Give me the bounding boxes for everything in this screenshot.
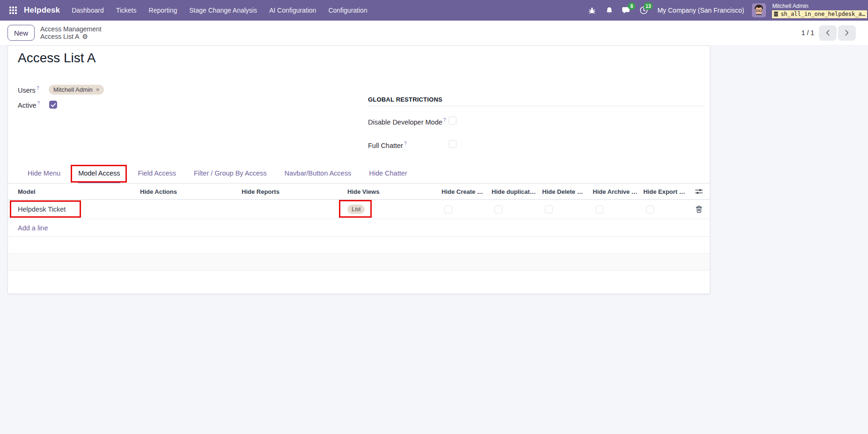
tab-field-access[interactable]: Field Access	[138, 169, 176, 183]
apps-menu-icon[interactable]	[9, 7, 17, 14]
messages-count-badge: 8	[628, 2, 635, 10]
empty-row	[8, 254, 710, 271]
breadcrumb-current: Access List A	[40, 33, 79, 40]
model-access-table: Model Hide Actions Hide Reports Hide Vie…	[8, 184, 710, 271]
full-chatter-checkbox[interactable]	[449, 140, 456, 148]
menu-configuration[interactable]: Configuration	[328, 7, 367, 14]
tab-hide-menu[interactable]: Hide Menu	[28, 169, 60, 183]
table-row: Helpdesk Ticket List	[8, 200, 710, 219]
record-title[interactable]: Access List A	[18, 51, 96, 66]
full-chatter-label: Full Chatter?	[368, 139, 449, 151]
main-content: Access List A Users? Mitchell Admin × Ac…	[0, 45, 868, 434]
hide-export-cell	[637, 200, 686, 219]
hide-duplicate-cell	[485, 200, 536, 219]
breadcrumb: Access Management Access List A ⚙	[40, 25, 102, 40]
full-chatter-row: Full Chatter?	[368, 139, 704, 151]
navbar-left: Helpdesk Dashboard Tickets Reporting Sta…	[0, 6, 380, 15]
empty-row	[8, 237, 710, 254]
disable-developer-mode-label: Disable Developer Mode?	[368, 115, 449, 127]
user-menu[interactable]: Mitchell Admin sh_all_in_one_helpdesk_a…	[772, 3, 867, 18]
add-line-row: Add a line	[8, 219, 710, 237]
tab-navbar-button-access[interactable]: Navbar/Button Access	[285, 169, 352, 183]
users-label: Users?	[18, 86, 49, 94]
pager-value: 1 / 1	[802, 29, 814, 37]
top-navbar: Helpdesk Dashboard Tickets Reporting Sta…	[0, 0, 868, 21]
active-checkbox[interactable]	[49, 101, 57, 109]
menu-dashboard[interactable]: Dashboard	[72, 7, 104, 14]
hide-create-cell	[435, 200, 485, 219]
optional-columns-icon[interactable]	[695, 188, 703, 195]
messages-icon[interactable]: 8	[621, 5, 632, 16]
users-tag[interactable]: Mitchell Admin ×	[49, 85, 104, 95]
column-header-hide-export[interactable]: Hide Export …	[637, 188, 686, 195]
hide-archive-cell	[586, 200, 637, 219]
activities-count-badge: 13	[644, 2, 653, 10]
column-header-hide-duplicate[interactable]: Hide duplicat…	[485, 188, 536, 195]
disable-developer-mode-help-marker: ?	[443, 118, 446, 123]
trash-icon[interactable]	[696, 206, 702, 213]
hide-duplicate-checkbox[interactable]	[494, 206, 502, 213]
database-name: sh_all_in_one_helpdesk_a…	[780, 11, 865, 17]
disable-developer-mode-row: Disable Developer Mode?	[368, 115, 704, 127]
hide-create-checkbox[interactable]	[444, 206, 452, 213]
notebook-tabs: Hide Menu Model Access Field Access Filt…	[8, 162, 710, 184]
optional-columns-cell	[686, 188, 711, 195]
tab-filter-group-by-access[interactable]: Filter / Group By Access	[194, 169, 267, 183]
tab-model-access[interactable]: Model Access	[78, 169, 120, 183]
active-field-row: Active?	[18, 101, 57, 109]
full-chatter-help-marker: ?	[404, 141, 407, 146]
menu-reporting[interactable]: Reporting	[149, 7, 177, 14]
user-name: Mitchell Admin	[772, 3, 867, 9]
action-gear-icon[interactable]: ⚙	[82, 33, 88, 40]
row-delete-cell	[686, 200, 711, 219]
form-sheet: Access List A Users? Mitchell Admin × Ac…	[7, 45, 710, 294]
control-panel: New Access Management Access List A ⚙ 1 …	[0, 21, 868, 45]
pager-next-button[interactable]	[838, 25, 856, 41]
breadcrumb-parent[interactable]: Access Management	[40, 25, 102, 33]
column-header-hide-reports[interactable]: Hide Reports	[238, 188, 344, 195]
column-header-hide-delete[interactable]: Hide Delete …	[536, 188, 586, 195]
avatar[interactable]	[752, 3, 766, 17]
column-header-hide-archive[interactable]: Hide Archive …	[586, 188, 637, 195]
column-header-model[interactable]: Model	[8, 188, 136, 195]
hide-delete-checkbox[interactable]	[545, 206, 553, 213]
active-help-marker: ?	[37, 101, 40, 106]
users-tag-label: Mitchell Admin	[53, 86, 93, 93]
disable-developer-mode-checkbox[interactable]	[449, 117, 456, 125]
database-badge: sh_all_in_one_helpdesk_a…	[772, 10, 867, 18]
menu-stage-change-analysis[interactable]: Stage Change Analysis	[189, 7, 257, 14]
pager-previous-button[interactable]	[819, 25, 837, 41]
users-field-row: Users? Mitchell Admin ×	[18, 85, 104, 95]
hide-views-cell[interactable]: List	[344, 200, 435, 219]
tag-remove-icon[interactable]: ×	[96, 86, 100, 93]
users-help-marker: ?	[37, 86, 39, 91]
column-header-hide-views[interactable]: Hide Views	[344, 188, 435, 195]
app-name[interactable]: Helpdesk	[24, 6, 60, 15]
chevron-right-icon	[845, 29, 849, 36]
chevron-left-icon	[825, 29, 830, 36]
column-header-hide-create[interactable]: Hide Create …	[435, 188, 485, 195]
global-restrictions-section: GLOBAL RESTRICTIONS Disable Developer Mo…	[368, 96, 704, 151]
hide-delete-cell	[536, 200, 586, 219]
screen: Helpdesk Dashboard Tickets Reporting Sta…	[0, 0, 868, 434]
add-a-line-link[interactable]: Add a line	[18, 224, 48, 232]
tab-hide-chatter[interactable]: Hide Chatter	[369, 169, 407, 183]
model-cell[interactable]: Helpdesk Ticket	[8, 200, 136, 219]
column-header-hide-actions[interactable]: Hide Actions	[136, 188, 238, 195]
database-icon	[773, 11, 779, 17]
hide-actions-cell[interactable]	[136, 200, 238, 219]
menu-ai-configuration[interactable]: AI Configuration	[269, 7, 316, 14]
hide-archive-checkbox[interactable]	[596, 206, 603, 213]
hide-views-list-tag[interactable]: List	[347, 205, 365, 214]
notifications-bell-icon[interactable]	[603, 5, 615, 16]
activities-clock-icon[interactable]: 13	[638, 5, 649, 16]
new-button[interactable]: New	[7, 25, 35, 41]
company-switcher[interactable]: My Company (San Francisco)	[657, 7, 744, 14]
debug-bug-icon[interactable]	[586, 5, 597, 16]
pager: 1 / 1	[802, 25, 856, 41]
hide-reports-cell[interactable]	[238, 200, 344, 219]
hide-export-checkbox[interactable]	[646, 206, 654, 213]
menu-tickets[interactable]: Tickets	[116, 7, 137, 14]
active-label: Active?	[18, 101, 49, 109]
navbar-right: 8 13 My Company (San Francisco)	[586, 3, 868, 18]
